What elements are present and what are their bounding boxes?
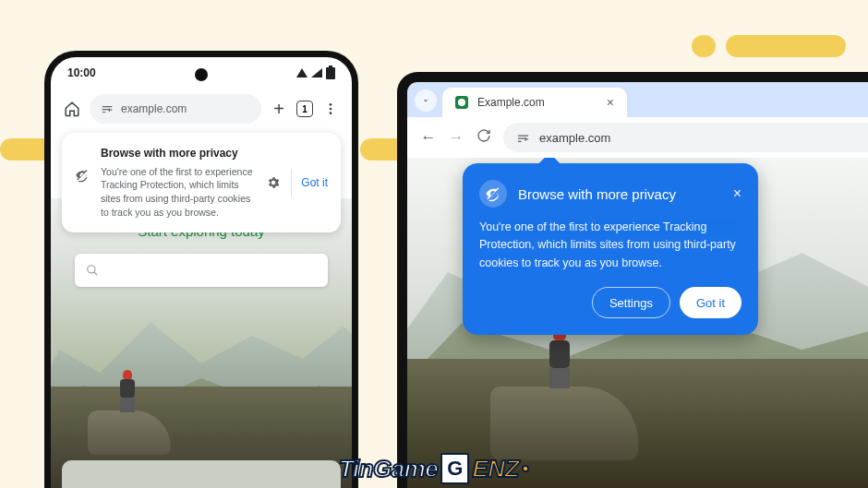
tab-switcher-button[interactable]: 1	[296, 101, 313, 117]
tab-count: 1	[302, 104, 307, 114]
battery-icon	[326, 67, 335, 79]
tab-favicon	[455, 96, 468, 109]
forward-button[interactable]: →	[448, 128, 464, 147]
mobile-popup-text: Browse with more privacy You're one of t…	[101, 146, 256, 220]
svg-line-4	[94, 272, 98, 276]
phone-side-button	[354, 295, 358, 341]
confirm-button[interactable]: Got it	[680, 287, 741, 318]
desktop-viewport: Trave S Browse with more privacy × You'r…	[407, 158, 868, 488]
divider	[291, 169, 292, 196]
tune-icon	[101, 102, 114, 115]
hiker-graphic	[546, 327, 573, 392]
settings-gear-icon[interactable]	[265, 174, 282, 191]
mobile-popup-confirm-button[interactable]: Got it	[301, 176, 328, 189]
watermark-dot	[522, 465, 529, 472]
mobile-browser-toolbar: example.com + 1	[51, 89, 352, 129]
decor-bar	[726, 35, 846, 57]
desktop-privacy-popup: Browse with more privacy × You're one of…	[463, 163, 758, 335]
mobile-device-frame: 10:00 example.com + 1	[44, 51, 358, 488]
rock-graphic	[490, 387, 638, 460]
cellular-signal-icon	[311, 68, 322, 77]
desktop-address-bar[interactable]: example.com	[503, 123, 868, 152]
svg-point-1	[330, 108, 332, 111]
desktop-popup-actions: Settings Got it	[479, 287, 741, 318]
mobile-page-heading-area: Start exploring today	[51, 223, 352, 287]
browser-tab[interactable]: Example.com ×	[442, 88, 627, 117]
mobile-url-text: example.com	[121, 102, 187, 115]
tune-icon	[516, 131, 530, 145]
tracking-protection-icon	[75, 168, 91, 220]
mobile-popup-actions: Got it	[265, 146, 328, 220]
watermark-text-2: G	[440, 453, 469, 484]
svg-point-0	[330, 103, 332, 106]
desktop-url-text: example.com	[539, 131, 610, 145]
close-tab-icon[interactable]: ×	[607, 95, 614, 110]
mobile-popup-title: Browse with more privacy	[101, 146, 256, 161]
mobile-popup-body: You're one of the first to experience Tr…	[101, 165, 256, 220]
new-tab-icon[interactable]: +	[271, 101, 287, 117]
desktop-device-frame: Example.com × ← → example.com Trave S	[397, 72, 868, 488]
reload-button[interactable]	[476, 128, 492, 148]
back-button[interactable]: ←	[420, 128, 437, 147]
decor-bar	[692, 35, 716, 57]
tab-search-button[interactable]	[415, 89, 437, 112]
close-popup-icon[interactable]: ×	[733, 185, 741, 202]
desktop-popup-title: Browse with more privacy	[518, 186, 722, 202]
settings-button[interactable]: Settings	[592, 287, 670, 318]
tab-title: Example.com	[477, 96, 597, 109]
watermark-text-1: TinGame	[339, 455, 438, 483]
mobile-privacy-popup: Browse with more privacy You're one of t…	[62, 133, 341, 232]
mobile-address-bar[interactable]: example.com	[90, 94, 261, 124]
tracking-protection-icon	[479, 180, 507, 208]
desktop-popup-body: You're one of the first to experience Tr…	[479, 219, 741, 272]
status-indicators	[296, 67, 335, 79]
status-time: 10:00	[67, 66, 96, 79]
camera-punch-hole	[195, 68, 208, 81]
svg-point-2	[330, 112, 332, 114]
desktop-browser-toolbar: ← → example.com	[407, 117, 868, 158]
wifi-icon	[296, 68, 307, 77]
mobile-page-search-input[interactable]	[75, 254, 328, 287]
content-card	[62, 460, 341, 488]
mobile-viewport: Start exploring today Browse with more p…	[51, 129, 352, 488]
home-icon[interactable]	[64, 101, 80, 117]
desktop-tab-strip: Example.com ×	[407, 82, 868, 117]
hiker-graphic	[117, 370, 138, 414]
watermark-text-3: ENZ	[472, 455, 519, 483]
search-icon	[86, 264, 99, 277]
overflow-menu-icon[interactable]	[322, 101, 339, 117]
svg-point-3	[88, 266, 95, 273]
desktop-popup-header: Browse with more privacy ×	[479, 180, 741, 208]
watermark-logo: TinGame G ENZ	[339, 453, 529, 484]
